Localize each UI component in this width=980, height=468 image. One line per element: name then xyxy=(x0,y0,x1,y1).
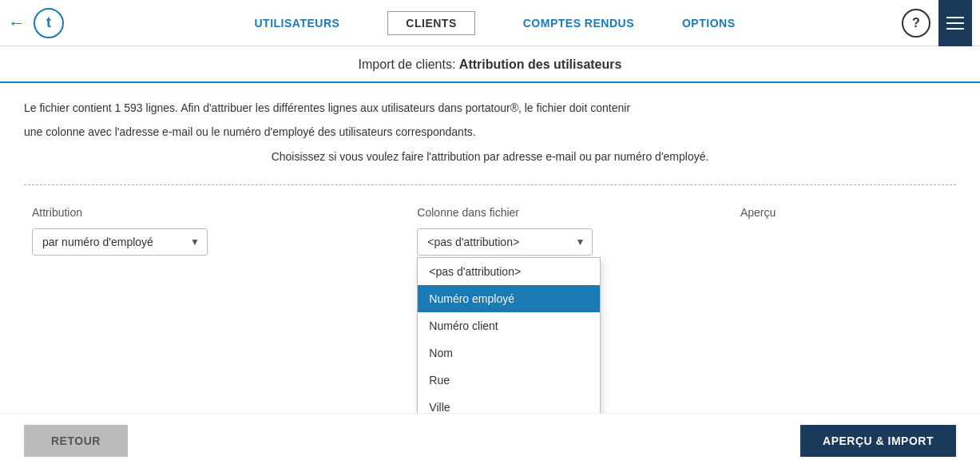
scroll-area: Le fichier contient 1 593 lignes. Afin d… xyxy=(0,83,980,413)
apercu-import-button[interactable]: APERÇU & IMPORT xyxy=(800,425,956,457)
description-line1: Le fichier contient 1 593 lignes. Afin d… xyxy=(24,99,956,117)
logo[interactable]: t xyxy=(34,8,64,38)
menu-button[interactable] xyxy=(938,0,972,46)
back-button[interactable]: ← xyxy=(8,13,26,34)
nav-utilisateurs[interactable]: UTILISATEURS xyxy=(255,17,340,30)
attribution-select[interactable]: par adresse e-mail par numéro d'employé xyxy=(32,228,208,256)
dd-option-none[interactable]: <pas d'attribution> xyxy=(418,258,600,285)
nav-clients[interactable]: CLIENTS xyxy=(387,11,474,35)
page-title-bar: Import de clients: Attribution des utili… xyxy=(0,46,980,83)
col-header-apercu: Aperçu xyxy=(732,201,956,224)
dd-option-numero-client[interactable]: Numéro client xyxy=(418,312,600,339)
colonne-select[interactable]: <pas d'attribution> Numéro employé Numér… xyxy=(417,228,593,256)
attribution-dropdown-wrapper: par adresse e-mail par numéro d'employé … xyxy=(32,228,208,256)
page-title-bold: Attribution des utilisateurs xyxy=(459,58,622,71)
dd-option-numero-employe[interactable]: Numéro employé xyxy=(418,285,600,312)
dd-option-rue[interactable]: Rue xyxy=(418,367,600,394)
description-block: Le fichier contient 1 593 lignes. Afin d… xyxy=(0,83,980,184)
col-header-colonne: Colonne dans fichier xyxy=(409,201,732,224)
nav-right: ? xyxy=(902,0,972,46)
description-line3: Choisissez si vous voulez faire l'attrib… xyxy=(24,148,956,165)
nav-options[interactable]: OPTIONS xyxy=(682,17,736,30)
menu-line2 xyxy=(946,22,964,24)
apercu-cell xyxy=(732,224,956,260)
table-section: Attribution Colonne dans fichier Aperçu … xyxy=(0,185,980,268)
colonne-dropdown-list: <pas d'attribution> Numéro employé Numér… xyxy=(417,257,601,413)
colonne-dropdown-wrapper: <pas d'attribution> Numéro employé Numér… xyxy=(417,228,593,256)
description-line2: une colonne avec l'adresse e-mail ou le … xyxy=(24,123,956,141)
col-header-attribution: Attribution xyxy=(24,201,409,224)
dd-option-ville[interactable]: Ville xyxy=(418,394,600,413)
page-title-prefix: Import de clients: xyxy=(359,58,459,71)
table-row: par adresse e-mail par numéro d'employé … xyxy=(24,224,956,260)
attribution-table: Attribution Colonne dans fichier Aperçu … xyxy=(24,201,956,260)
nav-links: UTILISATEURS CLIENTS COMPTES RENDUS OPTI… xyxy=(88,11,902,35)
footer-bar: RETOUR APERÇU & IMPORT xyxy=(0,413,980,468)
retour-button[interactable]: RETOUR xyxy=(24,425,128,457)
page-content: Import de clients: Attribution des utili… xyxy=(0,46,980,468)
nav-comptes-rendus[interactable]: COMPTES RENDUS xyxy=(523,17,634,30)
menu-line3 xyxy=(946,28,964,30)
dd-option-nom[interactable]: Nom xyxy=(418,339,600,367)
menu-line1 xyxy=(946,17,964,18)
help-button[interactable]: ? xyxy=(902,9,930,38)
top-navigation: ← t UTILISATEURS CLIENTS COMPTES RENDUS … xyxy=(0,0,980,46)
